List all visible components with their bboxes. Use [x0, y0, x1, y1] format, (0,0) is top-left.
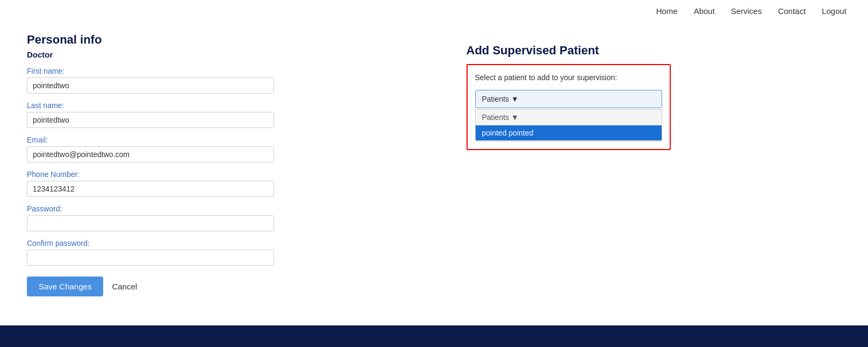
supervised-patient-card: Add Supervised Patient Select a patient …	[467, 44, 671, 150]
dropdown-option-default[interactable]: Patients ▼	[476, 110, 662, 125]
first-name-group: First name:	[27, 67, 274, 94]
confirm-password-label: Confirm password:	[27, 239, 274, 247]
nav-services-link[interactable]: Services	[731, 6, 762, 16]
nav-home-link[interactable]: Home	[656, 6, 678, 16]
confirm-password-input[interactable]	[27, 250, 274, 266]
last-name-input[interactable]	[27, 112, 274, 128]
patients-select-label: Patients ▼	[482, 95, 519, 103]
personal-info-panel: Personal info Doctor First name: Last na…	[27, 33, 274, 314]
last-name-label: Last name:	[27, 101, 274, 110]
role-label: Doctor	[27, 50, 274, 59]
supervised-patient-desc: Select a patient to add to your supervis…	[475, 73, 662, 83]
patients-select-wrapper[interactable]: Patients ▼ Patients ▼ pointed pointed	[475, 90, 662, 141]
supervised-patient-title: Add Supervised Patient	[467, 44, 671, 58]
email-input[interactable]	[27, 146, 274, 162]
first-name-input[interactable]	[27, 77, 274, 94]
navbar: Home About Services Contact Logout	[0, 0, 868, 22]
phone-group: Phone Number:	[27, 170, 274, 197]
nav-contact-link[interactable]: Contact	[778, 6, 806, 16]
patients-dropdown: Patients ▼ pointed pointed	[475, 109, 662, 141]
nav-logout-link[interactable]: Logout	[822, 6, 847, 16]
last-name-group: Last name:	[27, 101, 274, 128]
password-group: Password:	[27, 204, 274, 231]
right-panel: Add Supervised Patient Select a patient …	[296, 33, 841, 314]
password-input[interactable]	[27, 215, 274, 231]
email-group: Email:	[27, 136, 274, 162]
password-label: Password:	[27, 204, 274, 213]
cancel-button[interactable]: Cancel	[112, 282, 137, 291]
phone-input[interactable]	[27, 181, 274, 197]
email-label: Email:	[27, 136, 274, 144]
supervised-patient-box: Select a patient to add to your supervis…	[467, 64, 671, 150]
first-name-label: First name:	[27, 67, 274, 75]
phone-label: Phone Number:	[27, 170, 274, 179]
footer	[0, 325, 868, 347]
main-content: Personal info Doctor First name: Last na…	[0, 22, 868, 325]
confirm-password-group: Confirm password:	[27, 239, 274, 266]
page-title: Personal info	[27, 33, 274, 47]
dropdown-option-pointed[interactable]: pointed pointed	[476, 125, 662, 141]
button-row: Save Changes Cancel	[27, 277, 274, 296]
nav-about-link[interactable]: About	[694, 6, 715, 16]
patients-select-display[interactable]: Patients ▼	[475, 90, 662, 108]
save-changes-button[interactable]: Save Changes	[27, 277, 103, 296]
